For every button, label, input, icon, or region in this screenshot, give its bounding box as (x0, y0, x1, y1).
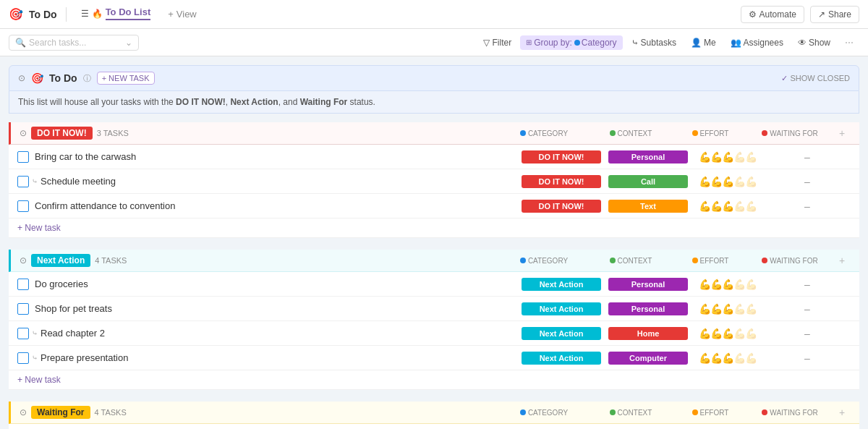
subtask-icon: ⤷ (32, 354, 38, 362)
task-row: Bring car to the carwash DO IT NOW! Pers… (9, 145, 859, 169)
group-label-wait: Waiting For (31, 406, 90, 419)
group-count-wait: 4 TASKS (95, 408, 127, 417)
view-tab[interactable]: + View (162, 4, 203, 24)
ctx-badge[interactable]: Home (608, 327, 688, 340)
task-name: Confirm attendance to convention (35, 200, 518, 211)
task-checkbox[interactable] (17, 352, 29, 364)
automate-button[interactable]: ⚙ Automate (741, 6, 804, 23)
effort-stars: 💪💪💪💪💪 (699, 328, 757, 339)
col-header-effort-next: EFFORT (700, 257, 729, 265)
me-icon: 👤 (691, 38, 702, 48)
task-checkbox[interactable] (17, 279, 29, 290)
ctx-badge[interactable]: Text (608, 200, 688, 213)
search-placeholder: Search tasks... (29, 38, 86, 48)
task-checkbox[interactable] (17, 176, 29, 187)
effort-stars: 💪💪💪💪💪 (699, 151, 757, 163)
task-checkbox[interactable] (17, 303, 29, 315)
col-header-context-next: CONTEXT (618, 257, 652, 265)
show-button[interactable]: 👁 Show (792, 35, 836, 50)
group-count-next: 4 TASKS (95, 256, 127, 265)
list-header-bar: ⊙ 🎯 To Do ⓘ + NEW TASK SHOW CLOSED (9, 65, 859, 91)
search-icon: 🔍 (15, 38, 26, 48)
col-header-category-do: CATEGORY (528, 129, 568, 137)
task-row: Do groceries Next Action Personal 💪💪💪💪💪 … (9, 272, 859, 297)
add-task-next[interactable]: + New task (9, 370, 859, 390)
cat-badge[interactable]: DO IT NOW! (522, 175, 601, 188)
group-toggle-wait[interactable]: ⊙ (20, 407, 27, 417)
top-nav: 🎯 To Do ☰ 🔥 To Do List + View ⚙ Automate… (0, 0, 868, 29)
ctx-badge[interactable]: Call (608, 175, 688, 188)
waiting-for-value: – (804, 352, 810, 364)
category-color-dot (574, 40, 580, 46)
col-header-category-wait: CATEGORY (528, 409, 568, 417)
col-header-waiting-do: WAITING FOR (770, 129, 817, 137)
filter-button[interactable]: ▽ Filter (477, 35, 517, 50)
assignees-icon: 👥 (731, 38, 741, 48)
me-button[interactable]: 👤 Me (685, 35, 722, 50)
col-header-context-wait: CONTEXT (618, 409, 652, 417)
subtasks-button[interactable]: ⤷ Subtasks (626, 35, 682, 50)
list-app-icon: 🎯 (31, 72, 43, 84)
task-name: Shop for pet treats (35, 303, 518, 314)
share-button[interactable]: ↗ Share (810, 6, 859, 23)
task-row: ⤷ Read chapter 2 Next Action Home 💪💪💪💪💪 … (9, 321, 859, 346)
list-info-icon[interactable]: ⓘ (83, 73, 91, 84)
add-task-do[interactable]: + New task (9, 218, 859, 238)
group-label-do: DO IT NOW! (31, 127, 93, 140)
col-header-waiting-next: WAITING FOR (770, 257, 817, 265)
group-header-do-it-now: ⊙ DO IT NOW! 3 TASKS CATEGORY CONTEXT EF… (9, 122, 859, 145)
col-header-category-next: CATEGORY (528, 257, 568, 265)
nav-right: ⚙ Automate ↗ Share (741, 6, 859, 23)
col-header-context-do: CONTEXT (618, 129, 652, 137)
automate-icon: ⚙ (749, 9, 757, 20)
waiting-for-value: – (804, 176, 810, 187)
effort-stars: 💪💪💪💪💪 (699, 279, 757, 290)
group-by-button[interactable]: ⊞ Group by: Category (520, 35, 622, 50)
group-waiting-for: ⊙ Waiting For 4 TASKS CATEGORY CONTEXT E… (9, 402, 859, 429)
effort-stars: 💪💪💪💪💪 (699, 303, 757, 315)
tab-list-label: To Do List (106, 7, 151, 20)
col-header-waiting-wait: WAITING FOR (770, 409, 817, 417)
group-toggle-next[interactable]: ⊙ (20, 255, 27, 266)
cat-badge[interactable]: Next Action (522, 278, 601, 291)
app-title: To Do (29, 9, 57, 20)
collapse-icon[interactable]: ⊙ (18, 73, 25, 83)
cat-badge[interactable]: Next Action (522, 302, 601, 315)
ctx-badge[interactable]: Personal (608, 278, 688, 291)
nav-divider (66, 7, 67, 22)
group-count-do: 3 TASKS (97, 129, 129, 137)
task-row: ⤷ Read chapter 3 Waiting For Home 💪💪💪💪💪 … (9, 424, 859, 429)
main-content: ⊙ 🎯 To Do ⓘ + NEW TASK SHOW CLOSED This … (0, 56, 868, 429)
subtasks-icon: ⤷ (631, 38, 639, 48)
task-name: Read chapter 2 (41, 328, 518, 339)
task-name: Bring car to the carwash (35, 151, 518, 162)
tab-list[interactable]: ☰ 🔥 To Do List (75, 2, 157, 26)
ctx-badge[interactable]: Personal (608, 150, 688, 163)
search-dropdown-icon: ⌄ (125, 38, 132, 48)
col-header-effort-do: EFFORT (700, 129, 729, 137)
waiting-for-value: – (804, 151, 810, 163)
col-header-effort-wait: EFFORT (700, 409, 729, 417)
assignees-button[interactable]: 👥 Assignees (725, 35, 789, 50)
flame-icon: 🔥 (92, 9, 103, 19)
task-checkbox[interactable] (17, 200, 29, 212)
search-box[interactable]: 🔍 Search tasks... ⌄ (9, 35, 139, 51)
group-toggle-do[interactable]: ⊙ (20, 128, 27, 138)
task-checkbox[interactable] (17, 151, 29, 163)
task-row: Shop for pet treats Next Action Personal… (9, 297, 859, 321)
view-label: View (176, 9, 197, 20)
cat-badge[interactable]: DO IT NOW! (522, 150, 601, 163)
show-closed-btn[interactable]: SHOW CLOSED (781, 74, 850, 83)
cat-badge[interactable]: Next Action (522, 327, 601, 340)
toolbar: 🔍 Search tasks... ⌄ ▽ Filter ⊞ Group by:… (0, 29, 868, 56)
subtask-icon: ⤷ (32, 177, 38, 185)
category-indicator: Category (574, 38, 617, 48)
more-button[interactable]: ⋯ (839, 35, 859, 50)
ctx-badge[interactable]: Personal (608, 302, 688, 315)
task-name: Prepare presentation (41, 352, 518, 363)
new-task-button[interactable]: + NEW TASK (97, 72, 155, 85)
cat-badge[interactable]: Next Action (522, 352, 601, 365)
cat-badge[interactable]: DO IT NOW! (522, 200, 601, 213)
ctx-badge[interactable]: Computer (608, 352, 688, 365)
task-checkbox[interactable] (17, 328, 29, 339)
